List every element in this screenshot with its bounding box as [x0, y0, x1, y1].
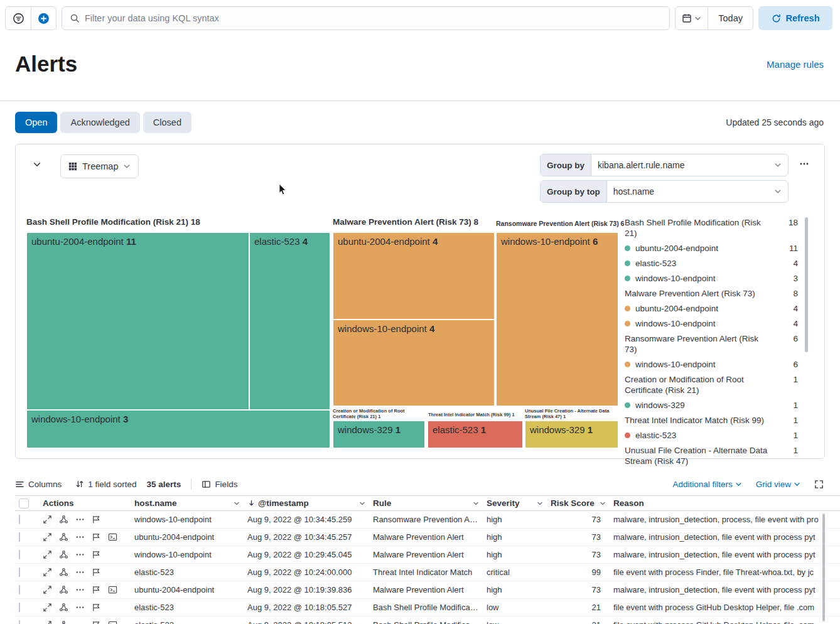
legend-group[interactable]: Ransomware Prevention Alert (Risk 73)6 — [625, 331, 798, 357]
chevron-down-icon[interactable] — [473, 500, 479, 507]
manage-rules-link[interactable]: Manage rules — [767, 59, 824, 70]
sort-fields-button[interactable]: 1 field sorted — [75, 480, 136, 489]
grid-view-button[interactable]: Grid view — [756, 480, 800, 489]
tab-acknowledged[interactable]: Acknowledged — [60, 112, 139, 133]
table-row[interactable]: elastic-523 Aug 9, 2022 @ 10:18:05.527 B… — [15, 599, 840, 616]
legend-item[interactable]: windows-3291 — [625, 397, 798, 412]
analyzer-icon[interactable] — [59, 620, 68, 624]
chevron-down-icon[interactable] — [600, 500, 606, 507]
more-actions-icon[interactable] — [75, 532, 85, 542]
additional-filters-button[interactable]: Additional filters — [672, 480, 741, 489]
legend-item[interactable]: ubuntu-2004-endpoint4 — [625, 301, 798, 316]
row-checkbox[interactable] — [19, 603, 20, 612]
treemap-tile[interactable]: ubuntu-2004-endpoint 4 — [333, 232, 495, 320]
more-actions-icon[interactable] — [75, 568, 85, 577]
table-row[interactable]: windows-10-endpoint Aug 9, 2022 @ 10:34:… — [15, 511, 840, 529]
more-actions-icon[interactable] — [75, 550, 85, 559]
session-view-icon[interactable] — [108, 585, 117, 594]
timeline-icon[interactable] — [92, 585, 101, 594]
legend-item[interactable]: ubuntu-2004-endpoint11 — [625, 240, 798, 256]
more-actions-icon[interactable] — [75, 603, 85, 612]
row-checkbox[interactable] — [19, 550, 20, 559]
treemap-tile[interactable]: elastic-523 4 — [249, 232, 330, 410]
analyzer-icon[interactable] — [59, 515, 68, 524]
column-header-rule[interactable]: Rule — [369, 498, 483, 508]
date-range-today-button[interactable]: Today — [708, 7, 753, 30]
chevron-down-icon[interactable] — [234, 500, 240, 507]
expand-alert-icon[interactable] — [43, 568, 52, 577]
analyzer-icon[interactable] — [59, 550, 68, 559]
chevron-down-icon[interactable] — [537, 500, 543, 507]
expand-alert-icon[interactable] — [43, 550, 52, 559]
table-row[interactable]: windows-10-endpoint Aug 9, 2022 @ 10:29:… — [15, 546, 840, 564]
legend-item[interactable]: elastic-5231 — [625, 428, 798, 443]
kql-search-input[interactable] — [85, 13, 662, 23]
treemap-tile[interactable]: windows-10-endpoint 3 — [26, 410, 330, 448]
session-view-icon[interactable] — [108, 532, 117, 542]
legend-group[interactable]: Bash Shell Profile Modification (Risk 21… — [625, 215, 798, 240]
group-by-top-field[interactable]: host.name — [607, 181, 788, 202]
expand-alert-icon[interactable] — [43, 603, 52, 612]
columns-button[interactable]: Columns — [15, 480, 62, 489]
more-actions-icon[interactable] — [75, 585, 85, 594]
column-header-risk-score[interactable]: Risk Score — [547, 498, 610, 508]
column-header-severity[interactable]: Severity — [483, 498, 547, 508]
legend-group[interactable]: Malware Prevention Alert (Risk 73)8 — [625, 286, 798, 301]
select-all-checkbox[interactable] — [19, 498, 29, 508]
date-picker-button[interactable] — [676, 7, 708, 30]
row-checkbox[interactable] — [19, 532, 20, 542]
column-header-host[interactable]: host.name — [131, 498, 244, 508]
row-checkbox[interactable] — [19, 568, 20, 577]
analyzer-icon[interactable] — [59, 585, 68, 594]
timeline-icon[interactable] — [92, 603, 101, 612]
legend-item[interactable]: windows-10-endpoint3 — [625, 271, 798, 286]
row-checkbox[interactable] — [19, 585, 20, 594]
chevron-down-icon[interactable] — [359, 500, 365, 507]
row-checkbox[interactable] — [19, 515, 20, 524]
column-header-reason[interactable]: Reason — [610, 498, 840, 508]
treemap-tile[interactable]: windows-10-endpoint 4 — [333, 320, 495, 406]
row-checkbox[interactable] — [19, 620, 20, 624]
refresh-button[interactable]: Refresh — [758, 6, 832, 30]
table-scrollbar[interactable] — [822, 514, 825, 621]
saved-query-filter-button[interactable] — [6, 7, 31, 30]
more-actions-icon[interactable] — [75, 515, 85, 524]
table-row[interactable]: ubuntu-2004-endpoint Aug 9, 2022 @ 10:34… — [15, 529, 840, 546]
table-row[interactable]: elastic-523 Aug 9, 2022 @ 10:18:05.513 B… — [15, 616, 840, 624]
view-selector-treemap[interactable]: Treemap — [60, 154, 139, 178]
legend-item[interactable]: elastic-5234 — [625, 256, 798, 271]
legend-group[interactable]: Creation or Modification of Root Certifi… — [625, 372, 798, 397]
treemap-tile[interactable]: elastic-523 1 — [428, 421, 523, 448]
expand-alert-icon[interactable] — [43, 585, 52, 594]
legend-group[interactable]: Unusual File Creation - Alternate Data S… — [625, 443, 798, 468]
legend-group[interactable]: Threat Intel Indicator Match (Risk 99)1 — [625, 412, 798, 428]
treemap-tile[interactable]: windows-329 1 — [333, 421, 425, 448]
timeline-icon[interactable] — [92, 515, 101, 524]
session-view-icon[interactable] — [108, 620, 117, 624]
column-header-timestamp[interactable]: @timestamp — [244, 498, 369, 508]
expand-alert-icon[interactable] — [43, 532, 52, 542]
legend-item[interactable]: windows-10-endpoint4 — [625, 316, 798, 331]
analyzer-icon[interactable] — [59, 532, 68, 542]
timeline-icon[interactable] — [92, 620, 101, 624]
tab-open[interactable]: Open — [15, 112, 57, 133]
fullscreen-button[interactable] — [814, 480, 824, 489]
collapse-panel-button[interactable] — [30, 157, 45, 172]
analyzer-icon[interactable] — [59, 568, 68, 577]
add-filter-button[interactable] — [31, 7, 56, 30]
legend-item[interactable]: windows-10-endpoint6 — [625, 357, 798, 372]
treemap-tile[interactable]: windows-10-endpoint 6 — [496, 232, 618, 406]
table-row[interactable]: ubuntu-2004-endpoint Aug 9, 2022 @ 10:19… — [15, 581, 840, 599]
timeline-icon[interactable] — [92, 568, 101, 577]
timeline-icon[interactable] — [92, 550, 101, 559]
timeline-icon[interactable] — [92, 532, 101, 542]
analyzer-icon[interactable] — [59, 603, 68, 612]
treemap-tile[interactable]: windows-329 1 — [525, 421, 618, 448]
fields-button[interactable]: Fields — [202, 480, 237, 489]
expand-alert-icon[interactable] — [43, 620, 52, 624]
legend-scrollbar[interactable] — [805, 217, 808, 352]
panel-options-button[interactable] — [796, 156, 812, 172]
expand-alert-icon[interactable] — [43, 515, 52, 524]
treemap-tile[interactable]: ubuntu-2004-endpoint 11 — [26, 232, 249, 410]
more-actions-icon[interactable] — [75, 620, 85, 624]
